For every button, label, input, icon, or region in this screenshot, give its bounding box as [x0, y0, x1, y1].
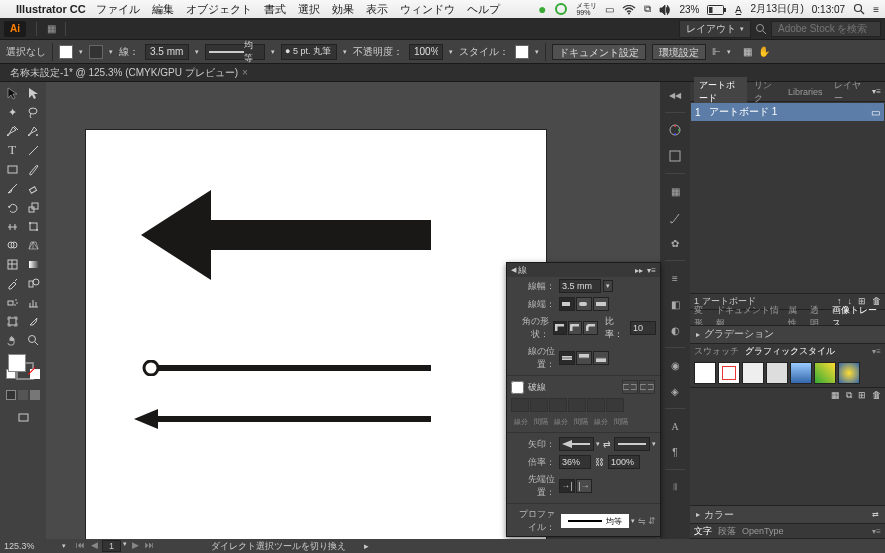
accordion-gradation[interactable]: ▸グラデーション	[690, 325, 885, 343]
screen-mode-icon[interactable]	[2, 409, 44, 425]
panel-menu-icon-4[interactable]: ▾≡	[647, 266, 656, 275]
eraser-tool[interactable]	[24, 179, 45, 197]
align-outside-icon[interactable]	[593, 351, 609, 365]
arrange-windows-icon[interactable]: ▦	[743, 46, 752, 57]
stroke-weight-field[interactable]	[559, 279, 601, 293]
selection-tool[interactable]	[2, 84, 23, 102]
profile-select[interactable]: 均等	[561, 514, 629, 528]
brushes-panel-icon[interactable]	[666, 208, 684, 226]
tab-character[interactable]: 文字	[694, 525, 712, 538]
flip-x-icon[interactable]: ⇋	[638, 516, 646, 526]
rectangle-tool[interactable]	[2, 160, 23, 178]
accordion-color[interactable]: ▸カラー⇄	[690, 505, 885, 523]
fill-stroke-colors[interactable]	[2, 352, 44, 384]
menu-view[interactable]: 表示	[366, 2, 388, 17]
tab-paragraph[interactable]: 段落	[718, 525, 736, 538]
bridge-icon[interactable]: ▦	[43, 21, 59, 37]
spotlight-icon[interactable]	[853, 3, 865, 15]
stroke-panel-icon[interactable]: ≡	[666, 269, 684, 287]
style-swatch-7[interactable]	[838, 362, 860, 384]
dashed-checkbox[interactable]	[511, 381, 524, 394]
style-swatch-5[interactable]	[790, 362, 812, 384]
miter-limit-field[interactable]	[630, 321, 656, 335]
panel-menu-icon[interactable]: ▾≡	[872, 87, 881, 96]
style-swatch-3[interactable]	[742, 362, 764, 384]
wifi-icon[interactable]	[622, 3, 636, 14]
preferences-button[interactable]: 環境設定	[652, 44, 706, 60]
cap-butt-icon[interactable]	[559, 297, 575, 311]
bluetooth-icon[interactable]: ⧉	[644, 3, 651, 15]
tab-links[interactable]: リンク	[749, 77, 781, 107]
time[interactable]: 0:13:07	[812, 4, 845, 15]
arrow-end-select[interactable]	[614, 437, 650, 451]
arrow-scale-end[interactable]	[608, 455, 640, 469]
menu-file[interactable]: ファイル	[96, 2, 140, 17]
shape-builder-tool[interactable]	[2, 236, 23, 254]
tab-opentype[interactable]: OpenType	[742, 526, 784, 536]
align-panel-icon[interactable]: ⫴	[666, 478, 684, 496]
slice-tool[interactable]	[24, 312, 45, 330]
align-center-icon[interactable]	[559, 351, 575, 365]
swap-arrows-icon[interactable]: ⇄	[603, 439, 611, 449]
free-transform-tool[interactable]	[24, 217, 45, 235]
delete-style-icon[interactable]: 🗑	[872, 390, 881, 401]
menu-help[interactable]: ヘルプ	[467, 2, 500, 17]
zoom-level[interactable]: 125.3%	[4, 541, 54, 551]
document-setup-button[interactable]: ドキュメント設定	[552, 44, 646, 60]
graph-tool[interactable]	[24, 293, 45, 311]
break-link-icon[interactable]: ⧉	[846, 390, 852, 401]
scale-tool[interactable]	[24, 198, 45, 216]
menu-window[interactable]: ウィンドウ	[400, 2, 455, 17]
prev-artboard-icon[interactable]: ◀	[88, 540, 100, 552]
tab-layers[interactable]: レイヤー	[829, 77, 868, 107]
menu-edit[interactable]: 編集	[152, 2, 174, 17]
magic-wand-tool[interactable]: ✦	[2, 103, 23, 121]
tab-swatches[interactable]: スウォッチ	[694, 345, 739, 358]
dash-3[interactable]	[587, 398, 605, 412]
menu-object[interactable]: オブジェクト	[186, 2, 252, 17]
menu-type[interactable]: 書式	[264, 2, 286, 17]
corner-bevel-icon[interactable]	[583, 321, 597, 335]
dash-align-icon-2[interactable]: ⊏⊐	[639, 380, 655, 394]
gap-2[interactable]	[568, 398, 586, 412]
new-style-icon[interactable]: ⊞	[858, 390, 866, 401]
cap-round-icon[interactable]	[576, 297, 592, 311]
panel-menu-icon-3[interactable]: ▾≡	[872, 527, 881, 536]
swatches-panel-icon[interactable]: ▦	[666, 182, 684, 200]
lasso-tool[interactable]	[24, 103, 45, 121]
dash-align-icon-1[interactable]: ⊏⊐	[622, 380, 638, 394]
last-artboard-icon[interactable]: ⏭	[143, 540, 155, 552]
styles-library-icon[interactable]: ▦	[831, 390, 840, 401]
line-status-icon[interactable]: ●	[538, 1, 546, 17]
cap-projecting-icon[interactable]	[593, 297, 609, 311]
workspace-switcher[interactable]: レイアウト▾	[679, 20, 751, 38]
date[interactable]: 2月13日(月)	[750, 2, 803, 16]
notifications-icon[interactable]: ≡	[873, 4, 879, 15]
perspective-tool[interactable]	[24, 236, 45, 254]
volume-icon[interactable]	[659, 3, 671, 14]
collapse-icon[interactable]: ▸▸	[635, 266, 643, 275]
link-scales-icon[interactable]: ⛓	[595, 457, 604, 467]
color-panel-icon[interactable]	[666, 121, 684, 139]
tip-extend-icon[interactable]: →|	[559, 479, 575, 493]
rotate-tool[interactable]	[2, 198, 23, 216]
style-swatch-1[interactable]	[694, 362, 716, 384]
align-prefs-icon[interactable]: ⊩	[712, 46, 721, 57]
symbols-panel-icon[interactable]: ✿	[666, 234, 684, 252]
opacity-input[interactable]	[409, 44, 443, 60]
artboard-tool[interactable]	[2, 312, 23, 330]
color-guide-panel-icon[interactable]	[666, 147, 684, 165]
status-menu-icon[interactable]: ▸	[364, 541, 369, 551]
display-icon[interactable]: ▭	[605, 4, 614, 15]
type-tool[interactable]: T	[2, 141, 23, 159]
gradient-panel-icon[interactable]: ◧	[666, 295, 684, 313]
stroke-weight-input[interactable]	[145, 44, 189, 60]
panel-menu-icon-2[interactable]: ▾≡	[872, 347, 881, 356]
tab-graphic-styles[interactable]: グラフィックスタイル	[745, 345, 835, 358]
hand-tool[interactable]	[2, 331, 23, 349]
menu-effect[interactable]: 効果	[332, 2, 354, 17]
draw-behind-icon[interactable]	[18, 390, 28, 400]
appearance-panel-icon[interactable]: ◉	[666, 356, 684, 374]
transparency-panel-icon[interactable]: ◐	[666, 321, 684, 339]
expand-dock-icon[interactable]: ◀◀	[666, 86, 684, 104]
